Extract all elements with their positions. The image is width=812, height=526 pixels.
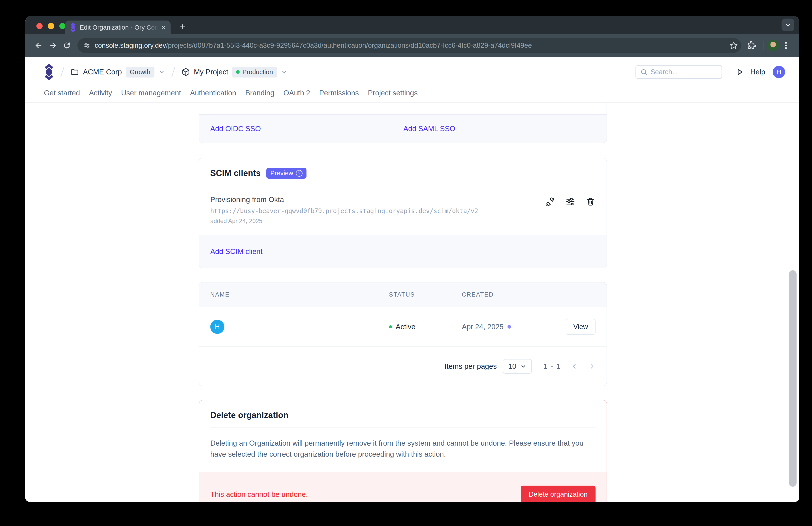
site-settings-icon[interactable] xyxy=(83,42,91,49)
delete-trash-icon[interactable] xyxy=(586,197,596,207)
pagination-bar: Items per pages 10 1 - 1 xyxy=(199,347,607,386)
sso-card-footer: Add OIDC SSO Add SAML SSO xyxy=(199,114,607,143)
workspace-name: ACME Corp xyxy=(83,68,122,76)
nav-user-management[interactable]: User management xyxy=(121,89,181,97)
main-column: Add OIDC SSO Add SAML SSO SCIM clients P… xyxy=(25,103,607,502)
browser-menu-icon[interactable] xyxy=(779,39,793,53)
scim-client-name: Provisioning from Okta xyxy=(210,196,478,204)
chevron-down-icon xyxy=(784,21,792,29)
delete-organization-footer: This action cannot be undone. Delete org… xyxy=(199,472,607,502)
section-divider xyxy=(210,427,596,428)
table-row: H Active Apr 24, 2025 View xyxy=(199,307,607,347)
chevron-down-icon xyxy=(520,363,526,369)
breadcrumb-separator xyxy=(60,67,64,77)
items-per-page-label: Items per pages xyxy=(445,362,497,371)
chevron-down-icon xyxy=(158,69,165,75)
chevron-down-icon xyxy=(281,69,288,75)
scim-clients-title: SCIM clients xyxy=(210,169,261,178)
environment-status-dot xyxy=(236,70,240,74)
nav-get-started[interactable]: Get started xyxy=(44,89,80,97)
add-oidc-sso-link[interactable]: Add OIDC SSO xyxy=(210,125,261,133)
ory-favicon-icon xyxy=(70,23,76,32)
nav-activity[interactable]: Activity xyxy=(89,89,112,97)
created-date: Apr 24, 2025 xyxy=(462,323,504,331)
browser-toolbar: console.staging.ory.dev/projects/d087b7a… xyxy=(25,34,799,57)
environment-badge: Production xyxy=(232,67,277,77)
bookmark-star-icon[interactable] xyxy=(729,41,738,50)
url-host: console.staging.ory.dev xyxy=(95,42,166,49)
url-bar[interactable]: console.staging.ory.dev/projects/d087b7a… xyxy=(77,38,741,53)
search-box[interactable] xyxy=(636,65,722,79)
column-header-created: CREATED xyxy=(462,291,556,298)
organization-table-card: NAME STATUS CREATED H Active Apr 24, 202… xyxy=(199,282,607,386)
preview-badge-label: Preview xyxy=(270,170,293,177)
back-button[interactable] xyxy=(31,39,46,53)
browser-tab[interactable]: Edit Organization - Ory Conso × xyxy=(65,20,171,34)
info-circle-icon: ? xyxy=(296,170,303,177)
delete-organization-title: Delete organization xyxy=(210,411,596,420)
column-header-status: STATUS xyxy=(389,291,462,298)
delete-organization-description: Deleting an Organization will permanentl… xyxy=(210,438,592,459)
nav-permissions[interactable]: Permissions xyxy=(319,89,359,97)
scim-client-added-date: added Apr 24, 2025 xyxy=(210,218,478,225)
page-scrollbar-thumb[interactable] xyxy=(789,270,797,487)
browser-tab-strip: Edit Organization - Ory Conso × + xyxy=(25,16,799,34)
test-connection-icon[interactable] xyxy=(545,197,555,207)
page-size-select[interactable]: 10 xyxy=(503,359,532,374)
view-button[interactable]: View xyxy=(566,319,596,335)
header-divider xyxy=(729,67,729,77)
new-tab-button[interactable]: + xyxy=(177,22,188,32)
search-icon xyxy=(640,69,648,75)
package-icon xyxy=(182,68,190,76)
playground-icon[interactable] xyxy=(736,68,744,76)
page-content: ACME Corp Growth My Project Production xyxy=(25,57,799,502)
created-info-dot[interactable] xyxy=(508,325,511,329)
tab-close-icon[interactable]: × xyxy=(161,24,166,31)
previous-page-icon[interactable] xyxy=(571,362,578,370)
page-range: 1 - 1 xyxy=(543,362,561,371)
preview-badge[interactable]: Preview ? xyxy=(266,168,306,179)
add-saml-sso-link[interactable]: Add SAML SSO xyxy=(403,125,455,133)
scim-client-row: Provisioning from Okta https://busy-beav… xyxy=(199,187,607,225)
created-cell: Apr 24, 2025 xyxy=(462,323,556,331)
browser-profile-avatar[interactable] xyxy=(767,40,779,51)
project-nav: Get started Activity User management Aut… xyxy=(25,85,799,103)
plan-badge: Growth xyxy=(126,67,154,77)
scim-card-footer: Add SCIM client xyxy=(199,235,607,268)
macos-close-button[interactable] xyxy=(37,23,43,29)
workspace-switcher[interactable]: ACME Corp Growth xyxy=(71,67,165,77)
sso-card-body xyxy=(199,103,607,114)
delete-organization-card: Delete organization Deleting an Organiza… xyxy=(199,400,607,502)
macos-minimize-button[interactable] xyxy=(48,23,54,29)
folder-icon xyxy=(71,68,79,76)
scim-client-url: https://busy-beaver-gqwvd0fb79.projects.… xyxy=(210,207,478,215)
nav-authentication[interactable]: Authentication xyxy=(190,89,236,97)
configure-sliders-icon[interactable] xyxy=(566,197,575,207)
reload-button[interactable] xyxy=(60,39,74,53)
nav-branding[interactable]: Branding xyxy=(245,89,274,97)
next-page-icon[interactable] xyxy=(588,362,596,370)
ory-logo[interactable] xyxy=(44,64,54,80)
url-text: console.staging.ory.dev/projects/d087b7a… xyxy=(95,42,725,49)
table-header-row: NAME STATUS CREATED xyxy=(199,282,607,307)
delete-organization-button[interactable]: Delete organization xyxy=(521,486,596,502)
search-input[interactable] xyxy=(651,68,717,76)
project-switcher[interactable]: My Project Production xyxy=(182,67,288,77)
scim-clients-card: SCIM clients Preview ? Provisioning from… xyxy=(199,158,607,268)
extensions-icon[interactable] xyxy=(745,39,759,53)
organization-avatar: H xyxy=(210,320,224,334)
help-link[interactable]: Help xyxy=(750,68,765,76)
project-name: My Project xyxy=(194,68,228,76)
user-avatar[interactable]: H xyxy=(773,66,785,78)
add-scim-client-link[interactable]: Add SCIM client xyxy=(210,247,263,256)
tab-title: Edit Organization - Ory Conso xyxy=(79,24,158,31)
tab-search-button[interactable] xyxy=(782,18,794,31)
breadcrumb-separator xyxy=(171,67,175,77)
nav-oauth2[interactable]: OAuth 2 xyxy=(284,89,310,97)
forward-button[interactable] xyxy=(46,39,60,53)
status-cell: Active xyxy=(389,323,462,331)
url-path: /projects/d087b7a1-55f3-440c-a3c9-929564… xyxy=(166,42,532,49)
macos-zoom-button[interactable] xyxy=(59,23,66,29)
nav-project-settings[interactable]: Project settings xyxy=(368,89,418,97)
environment-label: Production xyxy=(242,69,273,76)
